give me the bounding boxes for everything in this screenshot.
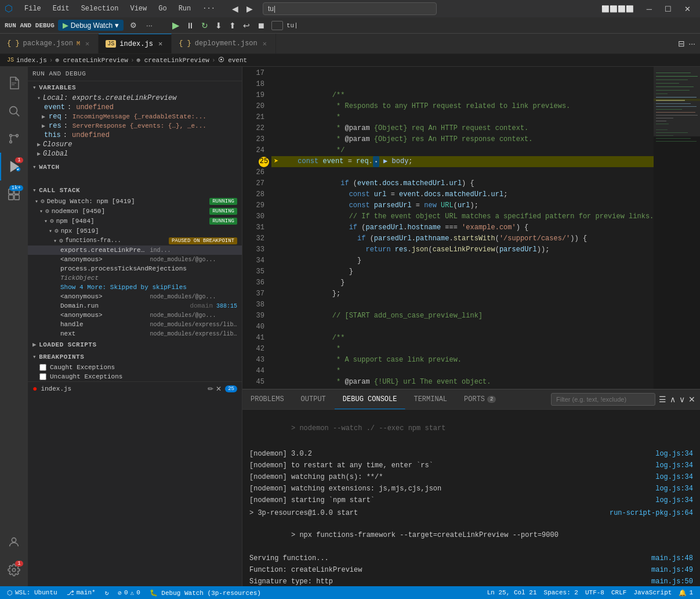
debug-icons[interactable]: ⬜⬜⬜⬜: [597, 3, 639, 15]
settings-button[interactable]: ⚙: [127, 20, 140, 31]
status-position[interactable]: Ln 25, Col 21: [485, 589, 539, 596]
menu-more[interactable]: ···: [198, 3, 220, 14]
var-event[interactable]: event : undefined: [28, 103, 242, 112]
menu-view[interactable]: View: [125, 3, 151, 14]
cs-frame-anon1[interactable]: <anonymous> node_modules/@go...: [28, 255, 242, 264]
debug-step-out-button[interactable]: ↩: [240, 20, 253, 31]
var-this[interactable]: this : undefined: [28, 131, 242, 140]
breadcrumb-item[interactable]: JS: [7, 57, 14, 63]
tab-problems[interactable]: PROBLEMS: [242, 389, 293, 409]
console-link[interactable]: log.js:34: [655, 495, 693, 506]
menu-bar[interactable]: File Edit Selection View Go Run ···: [20, 3, 220, 14]
closure-group[interactable]: ▶ Closure: [28, 140, 242, 149]
explorer-button[interactable]: [0, 69, 28, 97]
tab-ports[interactable]: PORTS 2: [456, 389, 505, 409]
breadcrumb-func1[interactable]: ⊕ createLinkPreview: [55, 56, 128, 64]
tab-output[interactable]: OUTPUT: [293, 389, 335, 409]
cs-frame-next[interactable]: next node_modules/express/lib/ro...: [28, 329, 242, 338]
debug-restart-button[interactable]: ↻: [198, 20, 211, 31]
cs-frame-create-link[interactable]: exports.createLinkPreview ind...: [28, 246, 242, 255]
cs-frame-handle[interactable]: handle node_modules/express/lib/...: [28, 320, 242, 329]
debug-continue-button[interactable]: ▶: [169, 19, 182, 32]
maximize-button[interactable]: ☐: [660, 3, 676, 15]
tab-terminal[interactable]: TERMINAL: [405, 389, 456, 409]
close-button[interactable]: ✕: [680, 3, 695, 15]
cs-frame-anon2[interactable]: <anonymous> node_modules/@go...: [28, 292, 242, 301]
sidebar-bottom-actions[interactable]: ✏ ✕: [208, 385, 222, 393]
tab-debug-console[interactable]: DEBUG CONSOLE: [335, 389, 406, 409]
menu-edit[interactable]: Edit: [48, 3, 74, 14]
back-button[interactable]: ◀: [229, 3, 241, 15]
nav-buttons[interactable]: ◀ ▶: [229, 3, 256, 15]
tab-package-json[interactable]: { } package.json M ✕: [0, 34, 99, 53]
split-editor-button[interactable]: ⊟: [678, 39, 685, 48]
status-debug-session[interactable]: 🐛 Debug Watch (3p-resources): [147, 586, 263, 599]
cs-frame-domain[interactable]: Domain.run domain 388:15: [28, 301, 242, 311]
status-spaces[interactable]: Spaces: 2: [542, 589, 581, 596]
debug-step-into-button[interactable]: ⬆: [226, 20, 239, 31]
search-input[interactable]: [263, 2, 437, 15]
run-debug-button[interactable]: 1: [0, 153, 28, 181]
delete-bp-button[interactable]: ✕: [216, 385, 222, 393]
menu-go[interactable]: Go: [154, 3, 171, 14]
uncaught-exceptions-checkbox[interactable]: [39, 373, 46, 380]
bp-caught-exceptions[interactable]: Caught Exceptions: [28, 363, 242, 372]
callstack-header[interactable]: ▾ CALL STACK: [28, 184, 242, 196]
console-link[interactable]: main.js:49: [651, 565, 693, 575]
cs-frame-tick[interactable]: TickObject: [28, 273, 242, 283]
panel-down-button[interactable]: ∨: [679, 395, 685, 404]
console-filter-input[interactable]: [551, 393, 655, 406]
window-controls[interactable]: ⬜⬜⬜⬜ ─ ☐ ✕: [597, 3, 695, 15]
status-encoding[interactable]: UTF-8: [583, 589, 607, 596]
bp-uncaught-exceptions[interactable]: Uncaught Exceptions: [28, 372, 242, 381]
console-link[interactable]: main.js:48: [651, 553, 693, 564]
console-link[interactable]: main.js:50: [651, 576, 693, 586]
tab-close-icon[interactable]: ✕: [84, 39, 91, 49]
console-link[interactable]: log.js:34: [655, 483, 693, 494]
extensions-button[interactable]: 1k+: [0, 181, 28, 208]
tab-close-icon[interactable]: ✕: [261, 39, 269, 49]
status-debug-icon[interactable]: ⬡ WSL: Ubuntu: [5, 586, 60, 599]
variables-header[interactable]: ▾ VARIABLES: [28, 81, 242, 93]
caught-exceptions-checkbox[interactable]: [39, 364, 46, 371]
status-sync[interactable]: ↻: [103, 586, 111, 599]
var-res[interactable]: ▶ res : ServerResponse {_events: {…}, _e…: [28, 121, 242, 131]
show-more-link[interactable]: Show 4 More: Skipped by skipFiles: [28, 283, 242, 292]
cs-frame-anon3[interactable]: <anonymous> node_modules/@go...: [28, 311, 242, 320]
console-link[interactable]: log.js:34: [655, 472, 693, 482]
code-lines[interactable]: /** * Responds to any HTTP request relat…: [271, 67, 654, 389]
debug-step-over-button[interactable]: ⬇: [212, 20, 225, 31]
status-line-ending[interactable]: CRLF: [609, 589, 629, 596]
status-branch[interactable]: ⎇ main*: [64, 586, 98, 599]
breadcrumb-filename[interactable]: index.js: [16, 57, 47, 64]
tab-deployment-json[interactable]: { } deployment.json ✕: [172, 34, 276, 53]
more-button[interactable]: ···: [143, 20, 155, 31]
cs-group-npm9484[interactable]: ▾ ⚙ npm [9484] RUNNING: [28, 216, 242, 226]
console-link[interactable]: log.js:34: [655, 460, 693, 471]
edit-bp-button[interactable]: ✏: [208, 385, 213, 393]
watch-header[interactable]: ▾ WATCH: [28, 161, 242, 173]
cs-group-functions[interactable]: ▾ ⚙ functions-fra... PAUSED ON BREAKPOIN…: [28, 236, 242, 246]
cs-group-npx[interactable]: ▾ ⚙ npx [9519]: [28, 226, 242, 236]
panel-up-button[interactable]: ∧: [670, 395, 676, 404]
console-link[interactable]: run-script-pkg.js:64: [610, 508, 693, 518]
status-language[interactable]: JavaScript: [631, 589, 674, 596]
debug-stop-button[interactable]: ⏹: [254, 20, 268, 31]
cs-frame-process[interactable]: process.processTicksAndRejections: [28, 264, 242, 273]
debug-pause-button[interactable]: ⏸: [183, 20, 197, 31]
breadcrumb-event[interactable]: ⦿ event: [218, 56, 248, 64]
toggle-list-button[interactable]: ☰: [659, 395, 666, 404]
tab-bar-actions[interactable]: ⊟ ···: [673, 34, 700, 53]
menu-file[interactable]: File: [20, 3, 46, 14]
menu-selection[interactable]: Selection: [77, 3, 124, 14]
panel-tab-actions[interactable]: ☰ ∧ ∨ ✕: [546, 389, 700, 409]
local-group[interactable]: ▾ Local: exports.createLinkPreview: [28, 93, 242, 103]
tab-close-icon[interactable]: ✕: [157, 39, 164, 49]
loaded-scripts-header[interactable]: ▶ LOADED SCRIPTS: [28, 338, 242, 351]
var-req[interactable]: ▶ req : IncomingMessage {_readableState:…: [28, 112, 242, 121]
source-control-button[interactable]: [0, 125, 28, 153]
sidebar-scroll[interactable]: ▾ VARIABLES ▾ Local: exports.createLinkP…: [28, 81, 242, 586]
panel-close-button[interactable]: ✕: [688, 395, 695, 404]
settings-button[interactable]: 1: [0, 556, 28, 584]
global-group[interactable]: ▶ Global: [28, 149, 242, 158]
